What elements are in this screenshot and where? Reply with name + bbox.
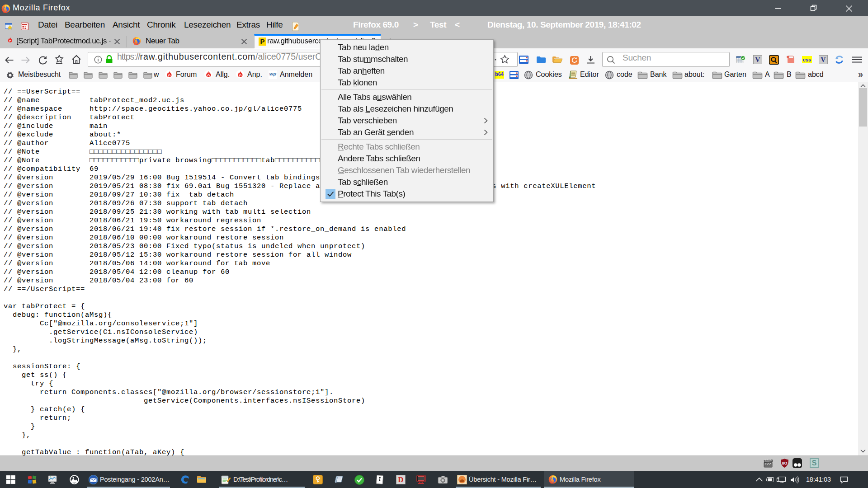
svg-text:uO: uO bbox=[782, 461, 788, 465]
